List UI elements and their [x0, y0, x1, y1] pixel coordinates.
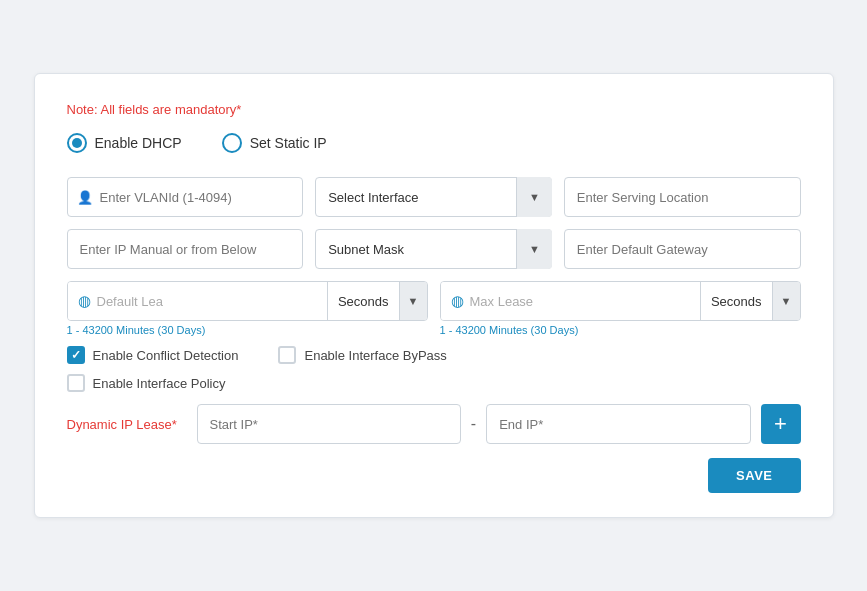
set-static-ip-label: Set Static IP	[250, 135, 327, 151]
checkbox-row-1: Enable Conflict Detection Enable Interfa…	[67, 346, 801, 364]
max-lease-hint: 1 - 43200 Minutes (30 Days)	[440, 324, 801, 336]
default-lease-left: ◍ Default Lea	[68, 282, 327, 320]
interface-policy-box	[67, 374, 85, 392]
dhcp-config-card: Note: All fields are mandatory* Enable D…	[34, 73, 834, 518]
default-lease-dropdown[interactable]: ▼	[399, 282, 427, 320]
gateway-input[interactable]	[564, 229, 801, 269]
default-seconds-label: Seconds	[338, 294, 389, 309]
interface-bypass-checkbox[interactable]: Enable Interface ByPass	[278, 346, 446, 364]
interface-policy-checkbox[interactable]: Enable Interface Policy	[67, 374, 226, 392]
dynamic-ip-label-text: Dynamic IP Lease	[67, 417, 172, 432]
interface-select[interactable]: Select Interface	[315, 177, 552, 217]
max-lease-left: ◍ Max Lease	[441, 282, 700, 320]
default-lease-wrapper: ◍ Default Lea Seconds ▼ 1 - 43200 Minute…	[67, 281, 428, 336]
subnet-mask-wrapper: Subnet Mask ▼	[315, 229, 552, 269]
user-icon: 👤	[77, 190, 93, 205]
set-static-ip-radio[interactable]: Set Static IP	[222, 133, 327, 153]
set-static-ip-radio-circle	[222, 133, 242, 153]
dynamic-ip-row: Dynamic IP Lease* - +	[67, 404, 801, 444]
interface-select-wrapper: Select Interface ▼	[315, 177, 552, 217]
row-2: Subnet Mask ▼	[67, 229, 801, 269]
interface-bypass-box	[278, 346, 296, 364]
conflict-detection-label: Enable Conflict Detection	[93, 348, 239, 363]
max-lease-right: Seconds ▼	[700, 282, 800, 320]
dynamic-ip-label: Dynamic IP Lease*	[67, 417, 187, 432]
max-seconds-label: Seconds	[711, 294, 762, 309]
max-lease-wrapper: ◍ Max Lease Seconds ▼ 1 - 43200 Minutes …	[440, 281, 801, 336]
required-star: *	[236, 102, 241, 117]
checkbox-row-2: Enable Interface Policy	[67, 374, 801, 392]
default-lease-unit: Seconds	[328, 282, 399, 320]
default-lease-right: Seconds ▼	[327, 282, 427, 320]
default-lease-group: ◍ Default Lea Seconds ▼	[67, 281, 428, 321]
max-lease-label: Max Lease	[470, 294, 534, 309]
interface-bypass-label: Enable Interface ByPass	[304, 348, 446, 363]
ip-range-dash: -	[471, 415, 476, 433]
default-lease-label: Default Lea	[97, 294, 164, 309]
default-lease-hint: 1 - 43200 Minutes (30 Days)	[67, 324, 428, 336]
max-lease-dropdown[interactable]: ▼	[772, 282, 800, 320]
ip-field	[67, 229, 304, 269]
interface-policy-label: Enable Interface Policy	[93, 376, 226, 391]
row-1: 👤 Select Interface ▼	[67, 177, 801, 217]
end-ip-input[interactable]	[486, 404, 750, 444]
start-ip-input[interactable]	[197, 404, 461, 444]
serving-location-input[interactable]	[564, 177, 801, 217]
save-row: SAVE	[67, 458, 801, 493]
conflict-detection-checkbox[interactable]: Enable Conflict Detection	[67, 346, 239, 364]
gateway-field	[564, 229, 801, 269]
note-text: Note: All fields are mandatory*	[67, 102, 801, 117]
enable-dhcp-radio-circle	[67, 133, 87, 153]
max-lease-group: ◍ Max Lease Seconds ▼	[440, 281, 801, 321]
enable-dhcp-radio[interactable]: Enable DHCP	[67, 133, 182, 153]
clock-icon-2: ◍	[451, 292, 464, 310]
vlan-field: 👤	[67, 177, 304, 217]
conflict-detection-box	[67, 346, 85, 364]
note-label: Note: All fields are mandatory	[67, 102, 237, 117]
add-ip-button[interactable]: +	[761, 404, 801, 444]
clock-icon-1: ◍	[78, 292, 91, 310]
serving-location-field	[564, 177, 801, 217]
row-3: ◍ Default Lea Seconds ▼ 1 - 43200 Minute…	[67, 281, 801, 336]
ip-input[interactable]	[67, 229, 304, 269]
max-lease-unit: Seconds	[701, 282, 772, 320]
dynamic-required-star: *	[172, 417, 177, 432]
subnet-mask-select[interactable]: Subnet Mask	[315, 229, 552, 269]
save-button[interactable]: SAVE	[708, 458, 800, 493]
enable-dhcp-label: Enable DHCP	[95, 135, 182, 151]
vlan-input[interactable]	[67, 177, 304, 217]
radio-group: Enable DHCP Set Static IP	[67, 133, 801, 153]
